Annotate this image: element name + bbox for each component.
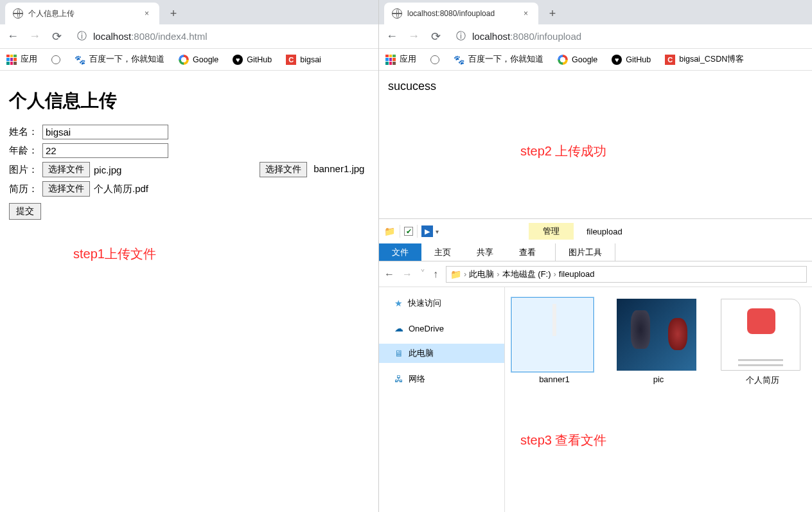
submit-button[interactable]: 提交: [9, 203, 41, 220]
bookmark-google[interactable]: Google: [558, 55, 597, 65]
form-row-name: 姓名：: [9, 125, 369, 139]
name-input[interactable]: [42, 125, 168, 139]
success-message: sucucess: [379, 71, 812, 102]
tab-bar: 个人信息上传 × +: [0, 0, 378, 24]
csdn-icon: C: [665, 55, 675, 65]
bookmark-globe[interactable]: [51, 55, 60, 64]
reload-button[interactable]: ⟳: [429, 30, 442, 44]
ribbon-tab-share[interactable]: 共享: [464, 243, 506, 261]
ribbon-tab-view[interactable]: 查看: [506, 243, 549, 261]
url-input[interactable]: ⓘ localhost:8080/infoupload: [451, 30, 806, 42]
file-item-resume[interactable]: 个人简历: [721, 299, 804, 386]
choose-file-button-extra[interactable]: 选择文件: [260, 162, 307, 177]
file-item-banner1[interactable]: banner1: [513, 299, 596, 384]
extra-file-upload: 选择文件 banner1.jpg: [260, 162, 364, 177]
chevron-right-icon[interactable]: ›: [554, 269, 556, 279]
bookmark-github[interactable]: ♥GitHub: [612, 55, 651, 65]
explorer-recent[interactable]: ˅: [420, 268, 425, 280]
chevron-down-icon[interactable]: ▾: [436, 228, 439, 235]
browser-tab[interactable]: 个人信息上传 ×: [5, 3, 159, 24]
google-icon: [179, 55, 189, 65]
explorer-body: ★快速访问 ☁OneDrive 🖥此电脑 🖧网络 banner1 pic 个人简…: [379, 287, 812, 512]
apps-shortcut[interactable]: 应用: [6, 54, 37, 65]
explorer-forward[interactable]: →: [402, 269, 412, 280]
url-host: localhost: [472, 31, 510, 42]
explorer-content[interactable]: banner1 pic 个人简历: [505, 287, 812, 512]
powershell-icon[interactable]: ▶: [421, 225, 433, 237]
ribbon-tab-home[interactable]: 主页: [421, 243, 464, 261]
reload-button[interactable]: ⟳: [50, 30, 63, 44]
ribbon: 文件 主页 共享 查看 图片工具: [379, 243, 812, 261]
url-host: localhost: [93, 31, 131, 42]
label-resume: 简历：: [9, 183, 42, 195]
explorer-titlebar: 📁 ✔ ▶ ▾ 管理 fileupload: [379, 219, 812, 243]
site-info-icon[interactable]: ⓘ: [456, 30, 466, 42]
bookmark-baidu[interactable]: 🐾百度一下，你就知道: [454, 54, 543, 65]
site-info-icon[interactable]: ⓘ: [77, 30, 87, 42]
bookmarks-bar: 应用 🐾百度一下，你就知道 Google ♥GitHub Cbigsai_CSD…: [379, 49, 812, 71]
label-image: 图片：: [9, 164, 42, 176]
sidebar-this-pc[interactable]: 🖥此电脑: [379, 344, 504, 363]
sidebar-onedrive[interactable]: ☁OneDrive: [379, 319, 504, 337]
explorer-addressbar: ← → ˅ ↑ 📁 › 此电脑 › 本地磁盘 (F:) › fileupload: [379, 261, 812, 287]
sidebar-quick-access[interactable]: ★快速访问: [379, 294, 504, 313]
bookmark-baidu[interactable]: 🐾百度一下，你就知道: [75, 54, 164, 65]
browser-window-right: localhost:8080/infoupload × + ← → ⟳ ⓘ lo…: [379, 0, 812, 512]
explorer-up[interactable]: ↑: [433, 269, 438, 280]
tab-title: 个人信息上传: [28, 8, 75, 19]
forward-button[interactable]: →: [407, 30, 420, 43]
choose-file-button-image[interactable]: 选择文件: [42, 162, 90, 177]
close-tab-icon[interactable]: ×: [521, 9, 531, 18]
globe-icon: [13, 8, 23, 19]
window-title: fileupload: [587, 227, 622, 236]
file-name-resume: 个人简历.pdf: [94, 183, 148, 195]
network-icon: 🖧: [394, 374, 403, 384]
globe-icon: [392, 8, 402, 19]
choose-file-button-resume[interactable]: 选择文件: [42, 181, 90, 197]
bookmark-github[interactable]: ♥GitHub: [233, 55, 272, 65]
close-tab-icon[interactable]: ×: [142, 9, 152, 18]
file-name-extra: banner1.jpg: [313, 163, 364, 174]
age-input[interactable]: [42, 143, 168, 158]
folder-icon: 📁: [450, 269, 461, 279]
manage-tab[interactable]: 管理: [529, 223, 574, 240]
thumbnail: [513, 299, 592, 371]
bookmark-globe[interactable]: [430, 55, 439, 64]
url-input[interactable]: ⓘ localhost:8080/index4.html: [72, 30, 372, 42]
forward-button[interactable]: →: [28, 30, 41, 43]
sidebar-network[interactable]: 🖧网络: [379, 369, 504, 389]
bookmark-csdn[interactable]: Cbigsai_CSDN博客: [665, 54, 744, 65]
crumb-drive[interactable]: 本地磁盘 (F:): [502, 269, 551, 280]
paw-icon: 🐾: [454, 55, 464, 65]
explorer-back[interactable]: ←: [384, 269, 394, 280]
form-row-resume: 简历： 选择文件 个人简历.pdf: [9, 181, 369, 197]
url-path: :8080/index4.html: [131, 31, 207, 42]
bookmark-csdn[interactable]: Cbigsai: [286, 55, 321, 65]
file-item-pic[interactable]: pic: [617, 299, 700, 384]
browser-tab[interactable]: localhost:8080/infoupload ×: [384, 3, 538, 24]
crumb-folder[interactable]: fileupload: [559, 269, 595, 279]
bookmark-google[interactable]: Google: [179, 55, 218, 65]
ribbon-tab-picture-tools[interactable]: 图片工具: [555, 243, 615, 261]
qat-checkbox[interactable]: ✔: [404, 227, 413, 236]
file-label: banner1: [513, 375, 596, 384]
new-tab-button[interactable]: +: [543, 4, 561, 22]
step2-annotation: step2 上传成功: [520, 143, 606, 160]
back-button[interactable]: ←: [6, 30, 19, 43]
back-button[interactable]: ←: [385, 30, 398, 43]
chevron-right-icon[interactable]: ›: [464, 269, 466, 279]
file-name-image: pic.jpg: [94, 164, 121, 175]
explorer-sidebar: ★快速访问 ☁OneDrive 🖥此电脑 🖧网络: [379, 287, 505, 512]
folder-icon[interactable]: 📁: [383, 226, 396, 236]
step1-annotation: step1上传文件: [73, 245, 369, 263]
paw-icon: 🐾: [75, 55, 85, 65]
ribbon-tab-file[interactable]: 文件: [379, 243, 421, 261]
apps-shortcut[interactable]: 应用: [385, 54, 416, 65]
bookmarks-bar: 应用 🐾百度一下，你就知道 Google ♥GitHub Cbigsai: [0, 49, 378, 71]
apps-icon: [385, 55, 396, 65]
chevron-right-icon[interactable]: ›: [497, 269, 499, 279]
new-tab-button[interactable]: +: [164, 4, 182, 22]
divider: [417, 225, 418, 238]
breadcrumb[interactable]: 📁 › 此电脑 › 本地磁盘 (F:) › fileupload: [446, 266, 807, 283]
crumb-pc[interactable]: 此电脑: [469, 269, 494, 280]
